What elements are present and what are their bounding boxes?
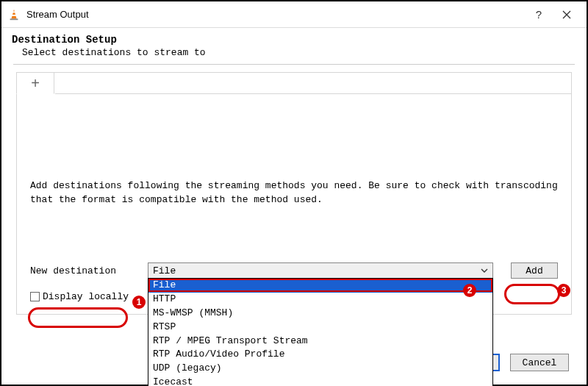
display-locally-label: Display locally (43, 291, 129, 302)
destination-select-closed[interactable]: File (148, 262, 493, 279)
add-button-label: Add (526, 265, 542, 276)
close-button[interactable] (553, 1, 581, 28)
destination-select-value: File (153, 265, 176, 276)
dropdown-option[interactable]: Icecast (148, 376, 492, 386)
svg-rect-2 (12, 15, 17, 16)
vlc-icon (7, 8, 21, 21)
dropdown-option[interactable]: HTTP (148, 293, 492, 307)
stream-output-window: Stream Output ? Destination Setup Select… (0, 0, 588, 386)
titlebar: Stream Output ? (1, 1, 587, 28)
page-header: Destination Setup Select destinations to… (1, 28, 587, 61)
destination-dropdown[interactable]: File HTTP MS-WMSP (MMSH) RTSP RTP / MPEG… (148, 278, 493, 386)
dropdown-option[interactable]: RTSP (148, 321, 492, 335)
display-locally-checkbox[interactable] (30, 292, 40, 301)
plus-icon: + (31, 75, 40, 92)
page-subtitle: Select destinations to stream to (12, 46, 576, 58)
description-text: Add destinations following the streaming… (30, 179, 558, 207)
svg-rect-1 (12, 11, 16, 12)
new-destination-row: New destination File File HTTP MS-WMSP (… (30, 262, 558, 279)
dropdown-option[interactable]: UDP (legacy) (148, 362, 492, 376)
header-divider (13, 64, 575, 65)
destination-tab-panel: + Add destinations following the streami… (16, 72, 572, 315)
chevron-down-icon (479, 265, 490, 276)
dropdown-option[interactable]: RTP / MPEG Transport Stream (148, 335, 492, 349)
dropdown-option[interactable]: File (148, 279, 492, 293)
page-title: Destination Setup (12, 34, 576, 46)
help-button[interactable]: ? (525, 1, 553, 28)
add-destination-tab[interactable]: + (16, 72, 54, 94)
window-title: Stream Output (26, 9, 89, 20)
tabcontent: Add destinations following the streaming… (17, 95, 571, 314)
display-locally-row: Display locally (30, 291, 129, 302)
add-button[interactable]: Add (511, 262, 558, 279)
tabstrip: + (16, 72, 54, 94)
cancel-button-label: Cancel (523, 357, 557, 368)
destination-select[interactable]: File File HTTP MS-WMSP (MMSH) RTSP RTP /… (148, 262, 493, 279)
svg-rect-3 (10, 18, 18, 20)
cancel-button[interactable]: Cancel (510, 354, 569, 371)
dropdown-option[interactable]: RTP Audio/Video Profile (148, 348, 492, 362)
svg-marker-0 (11, 9, 16, 18)
new-destination-label: New destination (30, 265, 148, 276)
dropdown-option[interactable]: MS-WMSP (MMSH) (148, 307, 492, 321)
